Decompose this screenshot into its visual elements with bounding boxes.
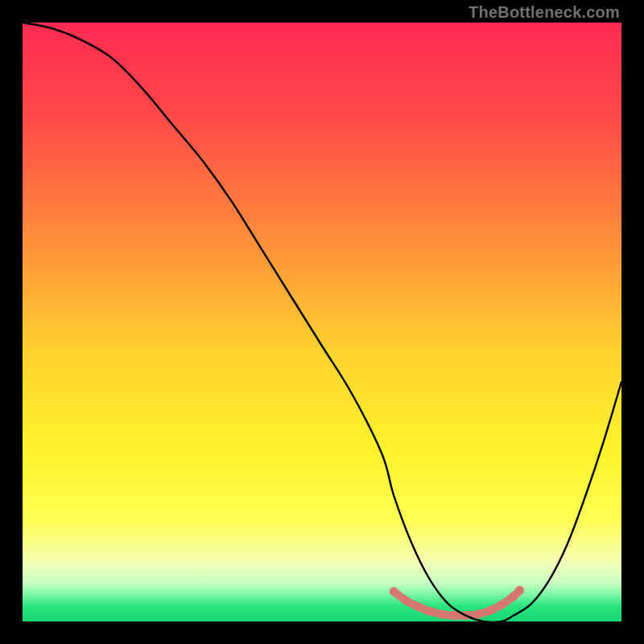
optimal-range-dot [449,611,458,620]
optimal-range-dot [515,586,524,595]
optimal-range-dot [473,610,482,619]
optimal-range-dot [485,606,494,615]
bottleneck-curve [23,23,621,621]
optimal-range-dot [497,601,506,609]
plot-area [23,23,621,621]
chart-svg [23,23,621,621]
optimal-range-dot [390,587,398,596]
optimal-range-dot [437,610,446,619]
chart-frame: TheBottleneck.com [0,0,644,644]
optimal-range-dot [425,607,434,616]
watermark-text: TheBottleneck.com [469,3,620,22]
optimal-range-highlight [390,586,524,620]
optimal-range-dot [402,596,411,605]
optimal-range-dot [414,602,423,611]
